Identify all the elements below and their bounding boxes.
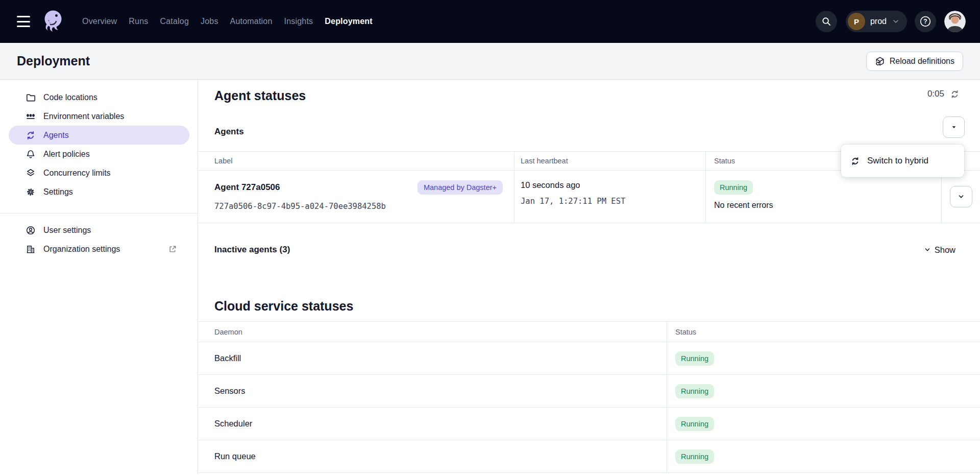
help-button[interactable]: ? xyxy=(915,11,936,32)
primary-nav: Overview Runs Catalog Jobs Automation In… xyxy=(82,17,373,26)
svg-text:?: ? xyxy=(923,18,927,25)
status-badge: Running xyxy=(675,449,714,464)
search-button[interactable] xyxy=(816,11,837,32)
nav-link-deployment[interactable]: Deployment xyxy=(325,17,373,26)
daemon-row-backfill: Backfill Running xyxy=(198,342,980,375)
search-icon xyxy=(821,16,831,27)
inactive-agents-label: Inactive agents (3) xyxy=(214,245,290,255)
reload-definitions-label: Reload definitions xyxy=(890,57,954,66)
nav-link-catalog[interactable]: Catalog xyxy=(160,17,189,26)
chevron-down-icon xyxy=(892,17,900,26)
deployment-sidebar: Code locations Environment variables xyxy=(0,80,198,474)
nav-link-jobs[interactable]: Jobs xyxy=(201,17,218,26)
nav-link-runs[interactable]: Runs xyxy=(129,17,148,26)
agent-sync-icon xyxy=(26,130,36,140)
user-avatar[interactable] xyxy=(944,11,966,32)
gear-icon xyxy=(26,187,36,197)
deployment-name: prod xyxy=(870,17,887,26)
sidebar-divider xyxy=(0,213,198,213)
user-avatar-image xyxy=(944,11,966,32)
page-title: Deployment xyxy=(17,54,90,68)
status-badge: Running xyxy=(675,417,714,431)
heartbeat-relative: 10 seconds ago xyxy=(521,180,705,190)
menu-item-switch-to-hybrid[interactable]: Switch to hybrid xyxy=(841,149,964,173)
agents-actions-dropdown-button[interactable] xyxy=(943,116,965,138)
column-header-heartbeat: Last heartbeat xyxy=(514,152,706,171)
inactive-agents-show-toggle[interactable]: Show xyxy=(924,245,955,255)
agent-row-expand-button[interactable] xyxy=(950,186,972,207)
menu-icon[interactable] xyxy=(17,16,30,27)
nav-link-overview[interactable]: Overview xyxy=(82,17,117,26)
agent-name: Agent 727a0506 xyxy=(214,182,280,193)
env-vars-icon xyxy=(26,111,36,122)
agent-statuses-title: Agent statuses xyxy=(214,88,980,103)
status-badge: Running xyxy=(675,351,714,366)
sidebar-item-settings[interactable]: Settings xyxy=(9,182,189,201)
deployment-switcher[interactable]: P prod xyxy=(846,11,907,32)
column-header-label: Label xyxy=(198,152,514,171)
main-content: Agent statuses 0:05 Agents Label L xyxy=(198,80,980,474)
sidebar-item-code-locations[interactable]: Code locations xyxy=(9,88,189,107)
managed-badge: Managed by Dagster+ xyxy=(418,180,503,195)
daemon-row-scheduler: Scheduler Running xyxy=(198,408,980,440)
agents-actions-menu: Switch to hybrid xyxy=(841,145,964,177)
daemon-row-sensors: Sensors Running xyxy=(198,375,980,408)
user-icon xyxy=(26,225,36,235)
inactive-agents-row: Inactive agents (3) Show xyxy=(198,245,980,255)
refresh-icon[interactable] xyxy=(950,89,960,99)
status-badge: Running xyxy=(675,384,714,398)
chevron-down-icon xyxy=(924,246,931,253)
agent-status-badge: Running xyxy=(714,180,753,195)
refresh-countdown: 0:05 xyxy=(927,89,960,99)
cloud-service-statuses-title: Cloud service statuses xyxy=(214,298,980,314)
help-icon: ? xyxy=(919,15,932,28)
cloud-services-header: Daemon Status xyxy=(198,322,980,342)
agent-uuid: 727a0506-8c97-4b95-a024-70ee3984258b xyxy=(214,202,503,211)
sidebar-item-environment-variables[interactable]: Environment variables xyxy=(9,107,189,126)
agent-sync-icon xyxy=(850,156,860,166)
dagster-logo-icon[interactable] xyxy=(40,8,65,35)
heartbeat-timestamp: Jan 17, 1:27:11 PM EST xyxy=(521,197,705,206)
top-nav: Overview Runs Catalog Jobs Automation In… xyxy=(0,0,980,43)
organization-icon xyxy=(26,244,36,254)
bell-icon xyxy=(26,149,36,159)
cloud-services-table: Daemon Status Backfill Running Sensors R… xyxy=(198,321,980,473)
caret-down-icon xyxy=(951,124,957,130)
layers-icon xyxy=(26,168,36,178)
column-header-daemon: Daemon xyxy=(198,322,667,342)
folder-icon xyxy=(26,92,36,103)
chevron-down-icon xyxy=(957,193,965,201)
deployment-initial: P xyxy=(848,13,865,30)
nav-link-insights[interactable]: Insights xyxy=(284,17,313,26)
countdown-value: 0:05 xyxy=(927,89,944,99)
agents-heading: Agents xyxy=(214,127,980,137)
sidebar-item-organization-settings[interactable]: Organization settings xyxy=(9,240,189,258)
sidebar-item-user-settings[interactable]: User settings xyxy=(9,221,189,240)
external-link-icon xyxy=(168,245,177,254)
daemon-row-run-queue: Run queue Running xyxy=(198,440,980,473)
reload-package-icon xyxy=(875,56,885,66)
sidebar-item-alert-policies[interactable]: Alert policies xyxy=(9,145,189,163)
sidebar-item-concurrency-limits[interactable]: Concurrency limits xyxy=(9,163,189,182)
reload-definitions-button[interactable]: Reload definitions xyxy=(866,52,963,71)
column-header-status: Status xyxy=(667,322,980,342)
agent-row: Agent 727a0506 Managed by Dagster+ 727a0… xyxy=(198,171,980,223)
sidebar-item-agents[interactable]: Agents xyxy=(9,126,189,145)
nav-right-controls: P prod ? xyxy=(816,11,966,32)
nav-link-automation[interactable]: Automation xyxy=(230,17,273,26)
page-header: Deployment Reload definitions xyxy=(0,43,980,80)
agent-status-note: No recent errors xyxy=(714,201,941,210)
